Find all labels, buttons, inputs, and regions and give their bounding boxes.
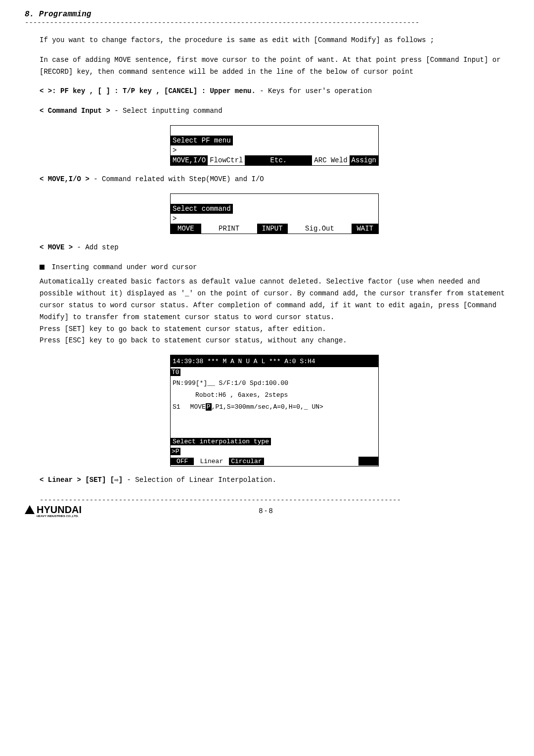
command-menu-prompt: > xyxy=(171,214,178,224)
pf-opt-moveio[interactable]: MOVE,I/O xyxy=(171,155,208,165)
screen-select-title-row: Select interpolation type xyxy=(171,436,378,446)
command-menu-options: MOVE PRINT INPUT Sig.Out WAIT xyxy=(171,224,378,234)
screen-opt-off[interactable]: OFF xyxy=(171,458,194,465)
pf-menu-blank xyxy=(171,126,378,136)
screen-s1-post: ,P1,S=300mm/sec,A=0,H=0,_ UN> xyxy=(212,403,323,411)
screen-t0-row: T0 xyxy=(171,367,378,377)
command-input-prefix: < Command Input > xyxy=(40,107,110,115)
screen-header: 14:39:38 *** M A N U A L *** A:0 S:H4 xyxy=(171,355,378,367)
moveio-prefix: < MOVE,I/O > xyxy=(40,175,89,183)
paragraph-4: Press [SET] key to go back to statement … xyxy=(40,324,509,335)
move-prefix: < MOVE > xyxy=(40,243,73,251)
inserting-title: Inserting command under word cursor xyxy=(51,263,197,271)
screen-footer-row: OFF Linear Circular xyxy=(171,456,378,466)
screen-select-title: Select interpolation type xyxy=(171,438,271,445)
pf-menu-title-row: Select PF menu xyxy=(171,136,378,145)
moveio-suffix: - Command related with Step(MOVE) and I/… xyxy=(89,175,264,183)
pf-key-prefix: < >: PF key , [ ] : T/P key , [CANCEL] :… xyxy=(40,87,256,95)
triangle-icon xyxy=(25,505,35,514)
screen-t0: T0 xyxy=(171,369,180,376)
page-footer: ----------------------------------------… xyxy=(25,496,509,518)
linear-suffix: - Selection of Linear Interpolation. xyxy=(123,476,276,484)
screen-pn: PN:999[*]__ S/F:1/0 Spd:100.00 xyxy=(171,377,378,389)
cmd-opt-print[interactable]: PRINT xyxy=(217,224,241,234)
logo-block: HYUNDAI HEAVY INDUSTRIES CO.,LTD. xyxy=(25,504,82,518)
pf-opt-arcweld[interactable]: ARC Weld xyxy=(312,155,349,165)
bullet-section: Inserting command under word cursor Auto… xyxy=(40,262,509,347)
linear-line: < Linear > [SET] [⇨] - Selection of Line… xyxy=(40,474,509,486)
pf-key-line: < >: PF key , [ ] : T/P key , [CANCEL] :… xyxy=(40,86,509,97)
paragraph-5: Press [ESC] key to go back to statement … xyxy=(40,335,509,347)
command-menu-box: Select command > MOVE PRINT INPUT Sig.Ou… xyxy=(170,193,379,234)
command-menu-prompt-row: > xyxy=(171,214,378,224)
header-divider: ----------------------------------------… xyxy=(25,19,509,27)
footer-divider: ----------------------------------------… xyxy=(40,496,509,504)
square-bullet-icon xyxy=(40,265,44,270)
cmd-opt-wait[interactable]: WAIT xyxy=(352,224,378,234)
screen-blank1 xyxy=(171,413,378,425)
screen-opt-linear[interactable]: Linear xyxy=(194,458,229,465)
manual-screen: 14:39:38 *** M A N U A L *** A:0 S:H4 T0… xyxy=(170,355,379,467)
cmd-opt-sigout[interactable]: Sig.Out xyxy=(303,224,336,234)
screen-select-prompt-row: >P xyxy=(171,446,378,456)
command-menu-blank xyxy=(171,194,378,204)
command-input-suffix: - Select inputting command xyxy=(110,107,222,115)
screen-robot: Robot:H6 , 6axes, 2steps xyxy=(171,389,378,401)
page-number: 8 - 8 xyxy=(259,507,273,515)
command-input-line: < Command Input > - Select inputting com… xyxy=(40,105,509,117)
pf-menu-title: Select PF menu xyxy=(171,136,233,145)
screen-blank2 xyxy=(171,425,378,436)
moveio-line: < MOVE,I/O > - Command related with Step… xyxy=(40,174,509,186)
pf-opt-flowctrl[interactable]: FlowCtrl xyxy=(208,155,245,165)
command-menu-title-row: Select command xyxy=(171,204,378,214)
pf-menu-options: MOVE,I/O FlowCtrl Etc. ARC Weld Assign xyxy=(171,155,378,165)
pf-menu-prompt-row: > xyxy=(171,145,378,155)
screen-right-block xyxy=(358,457,378,466)
pf-menu-box: Select PF menu > MOVE,I/O FlowCtrl Etc. … xyxy=(170,125,379,166)
pf-key-suffix: - Keys for user's operation xyxy=(256,87,372,95)
command-menu-title: Select command xyxy=(171,204,233,214)
screen-s1-pre: MOVE xyxy=(190,403,206,411)
pf-opt-etc[interactable]: Etc. xyxy=(245,155,312,165)
screen-s1-label: S1 xyxy=(173,403,180,411)
brand-subtitle: HEAVY INDUSTRIES CO.,LTD. xyxy=(37,515,82,518)
paragraph-1: If you want to change factors, the proce… xyxy=(40,35,509,47)
paragraph-3: Automatically created basic factors as d… xyxy=(40,276,509,323)
chapter-title: 8. Programming xyxy=(25,10,509,19)
move-line: < MOVE > - Add step xyxy=(40,242,509,254)
linear-prefix: < Linear > [SET] [⇨] xyxy=(40,476,123,484)
paragraph-2: In case of adding MOVE sentence, first m… xyxy=(40,54,509,78)
screen-s1-row: S1 MOVE P ,P1,S=300mm/sec,A=0,H=0,_ UN> xyxy=(171,401,378,413)
cmd-opt-input[interactable]: INPUT xyxy=(257,224,288,234)
pf-menu-prompt: > xyxy=(171,145,178,155)
move-suffix: - Add step xyxy=(73,243,118,251)
pf-opt-assign[interactable]: Assign xyxy=(350,155,378,165)
brand-name: HYUNDAI xyxy=(37,504,82,516)
screen-opt-circular[interactable]: Circular xyxy=(229,458,264,465)
cmd-opt-move[interactable]: MOVE xyxy=(171,224,201,234)
screen-s1-cursor: P xyxy=(206,403,212,411)
screen-select-prompt: >P xyxy=(171,448,180,455)
